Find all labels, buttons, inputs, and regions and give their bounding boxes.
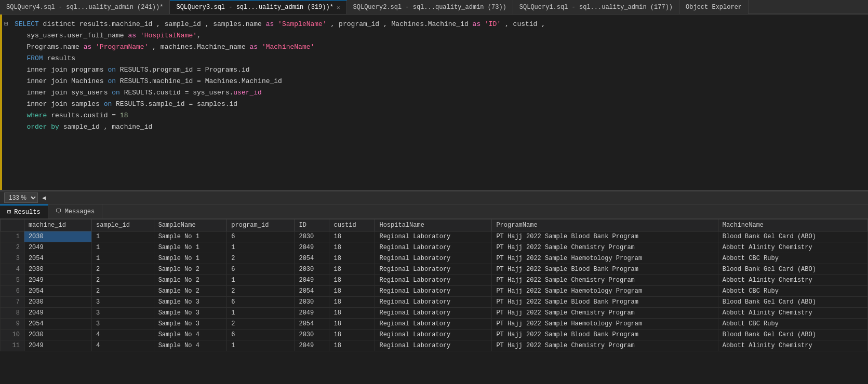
table-cell: Regional Laboratory — [375, 253, 492, 264]
table-row[interactable]: 1020304Sample No 46203018Regional Labora… — [1, 330, 868, 340]
tab-query2[interactable]: SQLQuery2.sql - sql...quality_admin (73)… — [347, 0, 513, 14]
messages-icon: 🗨 — [56, 208, 62, 215]
tab-object-explorer-label: Object Explorer — [686, 4, 742, 11]
table-row[interactable]: 620542Sample No 22205418Regional Laborat… — [1, 286, 868, 297]
table-row[interactable]: 320541Sample No 12205418Regional Laborat… — [1, 253, 868, 264]
table-cell: Regional Laboratory — [375, 231, 492, 242]
table-cell: 2 — [92, 286, 154, 297]
table-row[interactable]: 520492Sample No 21204918Regional Laborat… — [1, 275, 868, 286]
col-header-machine_id: machine_id — [24, 220, 91, 231]
table-cell: Sample No 3 — [154, 319, 227, 330]
table-cell: 1 — [227, 242, 295, 253]
tab-query2-label: SQLQuery2.sql - sql...quality_admin (73)… — [353, 4, 506, 11]
table-cell: PT Hajj 2022 Sample Blood Bank Program — [492, 330, 718, 340]
row-num-cell: 2 — [1, 242, 24, 253]
table-cell: 2054 — [24, 319, 91, 330]
table-cell: 18 — [329, 253, 375, 264]
table-cell: Regional Laboratory — [375, 340, 492, 351]
table-cell: 1 — [92, 253, 154, 264]
table-cell: 2049 — [24, 308, 91, 319]
table-cell: 2049 — [295, 242, 329, 253]
table-cell: Abbott Alinity Chemistry — [718, 308, 867, 319]
results-tab-results[interactable]: ⊞ Results — [0, 204, 48, 218]
tab-query3-close[interactable]: ✕ — [337, 4, 340, 11]
code-line-8: inner join samples on RESULTS.sample_id … — [0, 99, 868, 110]
table-cell: 2049 — [295, 275, 329, 286]
table-cell: PT Hajj 2022 Sample Blood Bank Program — [492, 297, 718, 308]
table-cell: 2030 — [24, 264, 91, 275]
table-cell: 2030 — [295, 231, 329, 242]
table-cell: 2 — [92, 275, 154, 286]
row-num-cell: 10 — [1, 330, 24, 340]
table-row[interactable]: 120301Sample No 16203018Regional Laborat… — [1, 231, 868, 242]
table-row[interactable]: 920543Sample No 32205418Regional Laborat… — [1, 319, 868, 330]
table-cell: 2049 — [24, 242, 91, 253]
table-cell: 3 — [92, 308, 154, 319]
code-line-1: ⊟ SELECT distinct results.machine_id , s… — [0, 19, 868, 30]
code-line-4: FROM results — [0, 53, 868, 64]
table-cell: PT Hajj 2022 Sample Haemotology Program — [492, 253, 718, 264]
table-cell: 2054 — [295, 253, 329, 264]
table-cell: Regional Laboratory — [375, 264, 492, 275]
table-row[interactable]: 820493Sample No 31204918Regional Laborat… — [1, 308, 868, 319]
table-cell: 1 — [92, 242, 154, 253]
left-border-indicator — [0, 15, 2, 190]
table-cell: 18 — [329, 330, 375, 340]
col-header-program_id: program_id — [227, 220, 295, 231]
table-cell: 18 — [329, 242, 375, 253]
table-cell: 6 — [227, 264, 295, 275]
table-cell: Abbott Alinity Chemistry — [718, 340, 867, 351]
table-cell: 2 — [227, 319, 295, 330]
results-tab-messages[interactable]: 🗨 Messages — [48, 204, 103, 218]
code-line-9: where results.custid = 18 — [0, 110, 868, 121]
table-cell: PT Hajj 2022 Sample Blood Bank Program — [492, 231, 718, 242]
table-cell: 2030 — [295, 297, 329, 308]
table-body: 120301Sample No 16203018Regional Laborat… — [1, 231, 868, 351]
table-cell: 18 — [329, 308, 375, 319]
table-cell: 4 — [92, 340, 154, 351]
table-row[interactable]: 720303Sample No 36203018Regional Laborat… — [1, 297, 868, 308]
table-cell: PT Hajj 2022 Sample Chemistry Program — [492, 308, 718, 319]
table-cell: 18 — [329, 264, 375, 275]
table-cell: Sample No 1 — [154, 242, 227, 253]
table-cell: 2030 — [24, 330, 91, 340]
table-row[interactable]: 420302Sample No 26203018Regional Laborat… — [1, 264, 868, 275]
table-cell: Blood Bank Gel Card (ABO) — [718, 297, 867, 308]
zoom-select[interactable]: 133 % 100 % 150 % — [4, 193, 38, 203]
table-cell: Abbott Alinity Chemistry — [718, 275, 867, 286]
tab-query3-label: SQLQuery3.sql - sql...uality_admin (319)… — [176, 4, 333, 11]
table-cell: 18 — [329, 319, 375, 330]
code-line-2: sys_users.user_full_name as 'HospitalNam… — [0, 30, 868, 42]
table-cell: 2054 — [295, 319, 329, 330]
tab-bar: SQLQuery4.sql - sql...uality_admin (241)… — [0, 0, 868, 15]
row-num-cell: 8 — [1, 308, 24, 319]
tab-query3[interactable]: SQLQuery3.sql - sql...uality_admin (319)… — [170, 0, 346, 14]
tab-object-explorer[interactable]: Object Explorer — [679, 0, 749, 14]
col-header-sample_id: sample_id — [92, 220, 154, 231]
tab-query4[interactable]: SQLQuery4.sql - sql...uality_admin (241)… — [0, 0, 170, 14]
table-cell: Regional Laboratory — [375, 319, 492, 330]
code-line-7: inner join sys_users on RESULTS.custid =… — [0, 87, 868, 99]
table-cell: 6 — [227, 231, 295, 242]
table-cell: Sample No 2 — [154, 264, 227, 275]
table-cell: 18 — [329, 275, 375, 286]
table-cell: 2030 — [295, 330, 329, 340]
table-row[interactable]: 1120494Sample No 41204918Regional Labora… — [1, 340, 868, 351]
tab-query1[interactable]: SQLQuery1.sql - sql...uality_admin (177)… — [513, 0, 679, 14]
table-row[interactable]: 220491Sample No 11204918Regional Laborat… — [1, 242, 868, 253]
col-header-hospitalname: HospitalName — [375, 220, 492, 231]
table-cell: 2054 — [24, 253, 91, 264]
table-cell: 18 — [329, 286, 375, 297]
table-cell: Sample No 3 — [154, 297, 227, 308]
table-cell: 18 — [329, 340, 375, 351]
table-cell: Sample No 4 — [154, 340, 227, 351]
table-cell: 1 — [227, 308, 295, 319]
table-cell: 3 — [92, 297, 154, 308]
table-cell: Regional Laboratory — [375, 297, 492, 308]
results-container[interactable]: machine_id sample_id SampleName program_… — [0, 219, 868, 384]
row-num-cell: 9 — [1, 319, 24, 330]
editor-area[interactable]: ⊟ SELECT distinct results.machine_id , s… — [0, 15, 868, 191]
table-header-row: machine_id sample_id SampleName program_… — [1, 220, 868, 231]
row-num-cell: 6 — [1, 286, 24, 297]
main-layout: SQLQuery4.sql - sql...uality_admin (241)… — [0, 0, 868, 384]
